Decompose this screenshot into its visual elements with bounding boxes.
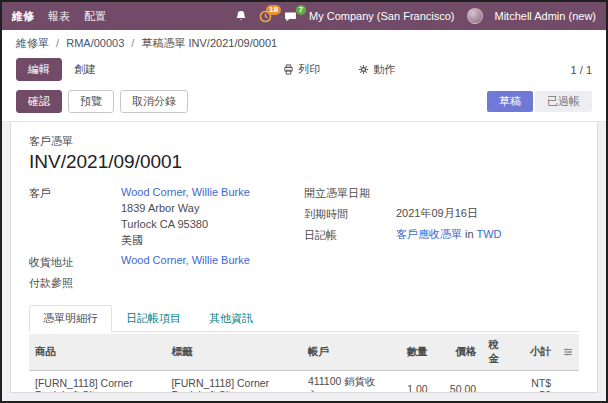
form-sheet: 客戶憑單 INV/2021/09/0001 客戶 Wood Corner, Wi… (10, 122, 598, 393)
journal-value: 客戶應收憑單 in TWD (396, 227, 579, 243)
breadcrumb-repair-orders[interactable]: 維修單 (16, 37, 49, 49)
invoice-lines-table: 商品 標籤 帳戶 數量 價格 稅金 小計 [FURN_1118] Co (29, 334, 579, 393)
activity-count-badge: 18 (266, 5, 281, 15)
preview-button[interactable]: 預覽 (68, 90, 114, 113)
action-button[interactable]: 動作 (346, 58, 407, 81)
col-taxes[interactable]: 稅金 (482, 334, 514, 371)
notebook-tabs: 憑單明細行 日記帳項目 其他資訊 (29, 305, 579, 332)
breadcrumb-separator: / (56, 37, 59, 49)
journal-label: 日記帳 (304, 227, 396, 243)
status-pills: 草稿 已過帳 (487, 91, 592, 112)
printer-icon (283, 64, 294, 75)
page-title: INV/2021/09/0001 (29, 151, 579, 173)
print-button-label: 列印 (298, 62, 320, 77)
col-label[interactable]: 標籤 (165, 334, 301, 371)
confirm-button[interactable]: 確認 (16, 90, 62, 113)
breadcrumb-rma-record[interactable]: RMA/00003 (66, 37, 124, 49)
col-quantity[interactable]: 數量 (391, 334, 434, 371)
message-count-badge: 7 (296, 5, 306, 15)
payment-reference-label: 付款參照 (29, 275, 121, 291)
cell-spacer (557, 370, 579, 393)
tab-journal-items[interactable]: 日記帳項目 (112, 305, 195, 331)
customer-field: 客戶 Wood Corner, Willie Burke 1839 Arbor … (29, 185, 304, 249)
customer-link[interactable]: Wood Corner, Willie Burke (121, 186, 250, 198)
col-account[interactable]: 帳戶 (302, 334, 391, 371)
invoice-date-label: 開立憑單日期 (304, 185, 396, 201)
edit-button[interactable]: 編輯 (16, 58, 62, 81)
delivery-address-link[interactable]: Wood Corner, Willie Burke (121, 254, 250, 266)
table-header-row: 商品 標籤 帳戶 數量 價格 稅金 小計 (29, 334, 579, 371)
cell-label[interactable]: [FURN_1118] Corner Desk Left Sit (165, 370, 301, 393)
topbar-systray: 18 7 My Company (San Francisco) Mitchell… (235, 8, 596, 24)
field-column-right: 開立憑單日期 到期時間 2021年09月16日 日記帳 客戶應收憑單 in TW… (304, 185, 579, 291)
pager[interactable]: 1 / 1 (571, 64, 592, 76)
cell-account[interactable]: 411100 銷貨收入 (302, 370, 391, 393)
menu-reports[interactable]: 報表 (48, 9, 70, 24)
form-statusbar: 確認 預覽 取消分錄 草稿 已過帳 (2, 86, 606, 122)
cell-product[interactable]: [FURN_1118] Corner Desk Left Sit (29, 370, 165, 393)
cell-price[interactable]: 50.00 (434, 370, 482, 393)
control-center: 列印 動作 (108, 58, 571, 81)
delivery-address-field: 收貨地址 Wood Corner, Willie Burke (29, 254, 304, 270)
odoo-window: 維修 報表 配置 18 7 My Company (San Francisco)… (0, 0, 608, 403)
col-product[interactable]: 商品 (29, 334, 165, 371)
due-date-value: 2021年09月16日 (396, 206, 579, 222)
currency-link[interactable]: TWD (476, 228, 501, 240)
status-posted[interactable]: 已過帳 (535, 91, 592, 112)
top-navbar: 維修 報表 配置 18 7 My Company (San Francisco)… (2, 2, 606, 30)
app-menu-repair[interactable]: 維修 (12, 9, 34, 24)
notifications-bell-icon[interactable] (235, 10, 247, 22)
col-subtotal[interactable]: 小計 (514, 334, 557, 371)
breadcrumb-current: 草稿憑單 INV/2021/09/0001 (141, 37, 277, 49)
journal-in-text: in (465, 228, 474, 240)
customer-address-line2: Turlock CA 95380 (121, 217, 304, 233)
tab-invoice-lines[interactable]: 憑單明細行 (29, 305, 112, 332)
create-button[interactable]: 創建 (62, 58, 108, 81)
breadcrumb: 維修單 / RMA/00003 / 草稿憑單 INV/2021/09/0001 (2, 30, 606, 53)
customer-value: Wood Corner, Willie Burke 1839 Arbor Way… (121, 185, 304, 249)
table-row: [FURN_1118] Corner Desk Left Sit [FURN_1… (29, 370, 579, 393)
field-column-left: 客戶 Wood Corner, Willie Burke 1839 Arbor … (29, 185, 304, 291)
col-price[interactable]: 價格 (434, 334, 482, 371)
journal-link[interactable]: 客戶應收憑單 (396, 228, 462, 240)
messages-chat-icon[interactable]: 7 (284, 10, 297, 23)
breadcrumb-separator: / (131, 37, 134, 49)
print-button[interactable]: 列印 (271, 58, 332, 81)
company-switcher[interactable]: My Company (San Francisco) (309, 10, 455, 22)
due-date-field: 到期時間 2021年09月16日 (304, 206, 579, 222)
cell-subtotal[interactable]: NT$ 50 (514, 370, 557, 393)
invoice-date-value (396, 185, 579, 201)
field-grid: 客戶 Wood Corner, Willie Burke 1839 Arbor … (29, 185, 579, 291)
gear-icon (358, 64, 369, 75)
payment-reference-value (121, 275, 304, 291)
cell-taxes[interactable] (482, 370, 514, 393)
optional-columns-icon[interactable] (557, 334, 579, 371)
delivery-address-label: 收貨地址 (29, 254, 121, 270)
form-view-background: 客戶憑單 INV/2021/09/0001 客戶 Wood Corner, Wi… (2, 122, 606, 401)
due-date-label: 到期時間 (304, 206, 396, 222)
user-menu[interactable]: Mitchell Admin (new) (495, 10, 596, 22)
customer-address-line3: 美國 (121, 233, 304, 249)
customer-address-line1: 1839 Arbor Way (121, 201, 304, 217)
activities-clock-icon[interactable]: 18 (259, 10, 272, 23)
journal-field: 日記帳 客戶應收憑單 in TWD (304, 227, 579, 243)
avatar[interactable] (467, 8, 483, 24)
control-panel: 編輯 創建 列印 動作 1 / 1 (2, 53, 606, 86)
invoice-date-field: 開立憑單日期 (304, 185, 579, 201)
document-type-label: 客戶憑單 (29, 134, 579, 149)
payment-reference-field: 付款參照 (29, 275, 304, 291)
cell-quantity[interactable]: 1.00 (391, 370, 434, 393)
customer-label: 客戶 (29, 185, 121, 249)
cancel-entry-button[interactable]: 取消分錄 (120, 90, 188, 113)
action-button-label: 動作 (373, 62, 395, 77)
menu-configuration[interactable]: 配置 (84, 9, 106, 24)
tab-other-info[interactable]: 其他資訊 (195, 305, 267, 331)
status-draft[interactable]: 草稿 (487, 91, 533, 112)
